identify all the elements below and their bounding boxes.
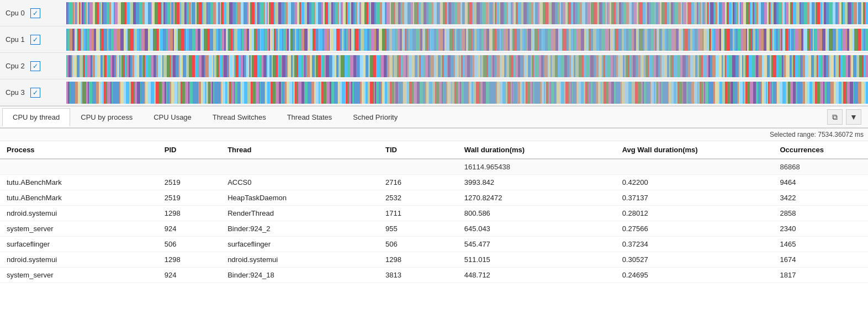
th-process[interactable]: Process bbox=[0, 141, 158, 159]
row-6-wallDuration: 448.712 bbox=[458, 268, 616, 283]
filter-icon-btn[interactable]: ▼ bbox=[846, 109, 861, 125]
row-1-pid: 2519 bbox=[158, 190, 221, 206]
row-4-thread: surfaceflinger bbox=[221, 237, 379, 252]
row-1-occurrences: 3422 bbox=[773, 190, 868, 206]
cpu-row-3: Cpu 3✓ bbox=[0, 79, 868, 106]
row-0-wallDuration: 3993.842 bbox=[458, 175, 616, 190]
row-5-tid: 1298 bbox=[379, 252, 458, 268]
th-occurrences[interactable]: Occurrences bbox=[773, 141, 868, 159]
cpu-track-inner-2 bbox=[66, 55, 868, 77]
total-tid bbox=[379, 159, 458, 175]
tab-cpu-by-thread[interactable]: CPU by thread bbox=[2, 108, 70, 127]
row-0-pid: 2519 bbox=[158, 175, 221, 190]
cpu-label-text-2: Cpu 2 bbox=[6, 62, 25, 70]
row-6-pid: 924 bbox=[158, 268, 221, 283]
row-0-tid: 2716 bbox=[379, 175, 458, 190]
row-4-pid: 506 bbox=[158, 237, 221, 252]
cpu-checkbox-2[interactable]: ✓ bbox=[30, 61, 40, 71]
th-tid[interactable]: TID bbox=[379, 141, 458, 159]
row-5-occurrences: 1674 bbox=[773, 252, 868, 268]
th-thread[interactable]: Thread bbox=[221, 141, 379, 159]
table-header-row: Process PID Thread TID Wall duration(ms)… bbox=[0, 141, 868, 159]
cpu-checkbox-3[interactable]: ✓ bbox=[30, 88, 40, 98]
row-1-avgWallDuration: 0.37137 bbox=[616, 190, 774, 206]
total-avgWallDuration bbox=[616, 159, 774, 175]
cpu-track-3[interactable] bbox=[66, 82, 868, 104]
row-6-thread: Binder:924_18 bbox=[221, 268, 379, 283]
row-0-thread: ACCS0 bbox=[221, 175, 379, 190]
cpu-label-2: Cpu 2✓ bbox=[0, 61, 66, 71]
tab-sched-priority[interactable]: Sched Priority bbox=[342, 108, 408, 126]
row-0-avgWallDuration: 0.42200 bbox=[616, 175, 774, 190]
row-3-process: system_server bbox=[0, 221, 158, 237]
row-4-wallDuration: 545.477 bbox=[458, 237, 616, 252]
copy-icon-btn[interactable]: ⧉ bbox=[827, 109, 843, 125]
row-6-occurrences: 1817 bbox=[773, 268, 868, 283]
th-pid[interactable]: PID bbox=[158, 141, 221, 159]
row-1-thread: HeapTaskDaemon bbox=[221, 190, 379, 206]
row-3-wallDuration: 645.043 bbox=[458, 221, 616, 237]
copy-icon: ⧉ bbox=[832, 113, 838, 122]
row-3-pid: 924 bbox=[158, 221, 221, 237]
cpu-row-1: Cpu 1✓ bbox=[0, 26, 868, 53]
cpu-label-3: Cpu 3✓ bbox=[0, 88, 66, 98]
total-pid bbox=[158, 159, 221, 175]
total-occurrences: 86868 bbox=[773, 159, 868, 175]
row-4-tid: 506 bbox=[379, 237, 458, 252]
cpu-label-text-1: Cpu 1 bbox=[6, 35, 25, 44]
selected-range-text: Selected range: 7534.36072 ms bbox=[770, 131, 864, 138]
tabs-bar: CPU by threadCPU by processCPU UsageThre… bbox=[0, 106, 868, 129]
cpu-checkbox-1[interactable]: ✓ bbox=[30, 35, 40, 45]
data-table: Process PID Thread TID Wall duration(ms)… bbox=[0, 141, 868, 283]
tabs-icons: ⧉ ▼ bbox=[827, 109, 866, 125]
row-1-wallDuration: 1270.82472 bbox=[458, 190, 616, 206]
selected-range-bar: Selected range: 7534.36072 ms bbox=[0, 129, 868, 141]
table-total-row: 16114.96543886868 bbox=[0, 159, 868, 175]
table-row[interactable]: tutu.ABenchMark2519ACCS027163993.8420.42… bbox=[0, 175, 868, 190]
row-1-process: tutu.ABenchMark bbox=[0, 190, 158, 206]
row-2-tid: 1711 bbox=[379, 206, 458, 221]
row-2-wallDuration: 800.586 bbox=[458, 206, 616, 221]
cpu-checkbox-0[interactable]: ✓ bbox=[30, 8, 40, 18]
row-5-pid: 1298 bbox=[158, 252, 221, 268]
cpu-row-0: Cpu 0✓ bbox=[0, 0, 868, 26]
row-5-avgWallDuration: 0.30527 bbox=[616, 252, 774, 268]
filter-icon: ▼ bbox=[850, 113, 858, 121]
th-avg-wall-duration[interactable]: Avg Wall duration(ms) bbox=[616, 141, 774, 159]
table-row[interactable]: ndroid.systemui1298RenderThread1711800.5… bbox=[0, 206, 868, 221]
row-5-thread: ndroid.systemui bbox=[221, 252, 379, 268]
table-row[interactable]: ndroid.systemui1298ndroid.systemui129851… bbox=[0, 252, 868, 268]
cpu-track-0[interactable] bbox=[66, 2, 868, 24]
cpu-track-inner-0 bbox=[66, 2, 868, 24]
row-6-avgWallDuration: 0.24695 bbox=[616, 268, 774, 283]
tab-thread-states[interactable]: Thread States bbox=[277, 108, 343, 126]
row-2-thread: RenderThread bbox=[221, 206, 379, 221]
row-2-process: ndroid.systemui bbox=[0, 206, 158, 221]
cpu-track-inner-1 bbox=[66, 29, 868, 51]
row-3-avgWallDuration: 0.27566 bbox=[616, 221, 774, 237]
cpu-label-text-0: Cpu 0 bbox=[6, 9, 25, 17]
cpu-row-2: Cpu 2✓ bbox=[0, 53, 868, 79]
table-row[interactable]: surfaceflinger506surfaceflinger506545.47… bbox=[0, 237, 868, 252]
row-4-avgWallDuration: 0.37234 bbox=[616, 237, 774, 252]
row-4-occurrences: 1465 bbox=[773, 237, 868, 252]
table-row[interactable]: system_server924Binder:924_2955645.0430.… bbox=[0, 221, 868, 237]
row-3-thread: Binder:924_2 bbox=[221, 221, 379, 237]
th-wall-duration[interactable]: Wall duration(ms) bbox=[458, 141, 616, 159]
row-2-pid: 1298 bbox=[158, 206, 221, 221]
row-6-process: system_server bbox=[0, 268, 158, 283]
total-thread bbox=[221, 159, 379, 175]
tab-thread-switches[interactable]: Thread Switches bbox=[202, 108, 277, 126]
table-row[interactable]: system_server924Binder:924_183813448.712… bbox=[0, 268, 868, 283]
tab-cpu-by-process[interactable]: CPU by process bbox=[70, 108, 143, 126]
cpu-section: Cpu 0✓Cpu 1✓Cpu 2✓Cpu 3✓ bbox=[0, 0, 868, 106]
cpu-label-0: Cpu 0✓ bbox=[0, 8, 66, 18]
row-2-occurrences: 2858 bbox=[773, 206, 868, 221]
cpu-track-inner-3 bbox=[66, 82, 868, 104]
cpu-track-1[interactable] bbox=[66, 29, 868, 51]
table-row[interactable]: tutu.ABenchMark2519HeapTaskDaemon2532127… bbox=[0, 190, 868, 206]
cpu-track-2[interactable] bbox=[66, 55, 868, 77]
tab-cpu-usage[interactable]: CPU Usage bbox=[143, 108, 202, 126]
row-0-occurrences: 9464 bbox=[773, 175, 868, 190]
cpu-label-1: Cpu 1✓ bbox=[0, 35, 66, 45]
